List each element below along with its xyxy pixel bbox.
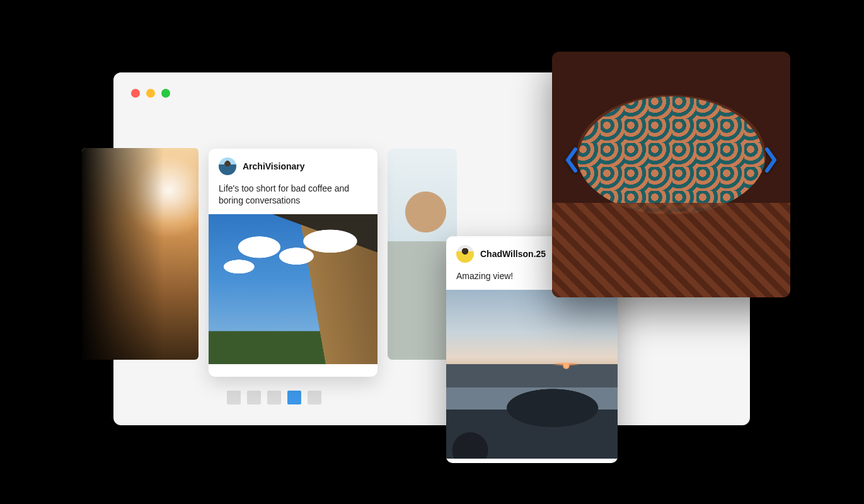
ornate-pattern: [577, 95, 766, 215]
page-dot-4[interactable]: [287, 391, 301, 404]
ornate-base: [552, 203, 790, 297]
gallery-next-button[interactable]: [760, 143, 781, 177]
card-photo: [446, 290, 618, 459]
gallery-prev-button[interactable]: [561, 143, 582, 177]
username-label[interactable]: ChadWillson.25: [480, 249, 546, 259]
maximize-icon[interactable]: [161, 89, 170, 98]
chevron-left-icon: [565, 147, 579, 173]
card-header: ArchiVisionary: [209, 149, 377, 178]
feed-card-archivisionary[interactable]: ArchiVisionary Life's too short for bad …: [209, 149, 377, 377]
page-dot-1[interactable]: [227, 391, 241, 404]
window-controls: [131, 89, 170, 98]
page-dot-5[interactable]: [308, 391, 321, 404]
landscape-photo: [82, 148, 199, 360]
page-dot-2[interactable]: [247, 391, 261, 404]
carousel-slide-left[interactable]: [82, 148, 199, 360]
stage: ArchiVisionary Life's too short for bad …: [0, 0, 864, 504]
card-caption: Life's too short for bad coffee and bori…: [209, 178, 377, 214]
chevron-right-icon: [764, 147, 778, 173]
carousel-pagination: [227, 391, 321, 404]
username-label[interactable]: ArchiVisionary: [243, 161, 305, 171]
close-icon[interactable]: [131, 89, 140, 98]
ornate-gallery-tile[interactable]: [552, 52, 790, 297]
avatar[interactable]: [456, 245, 474, 263]
card-photo: [209, 214, 377, 364]
minimize-icon[interactable]: [146, 89, 155, 98]
avatar[interactable]: [219, 158, 236, 175]
page-dot-3[interactable]: [267, 391, 281, 404]
